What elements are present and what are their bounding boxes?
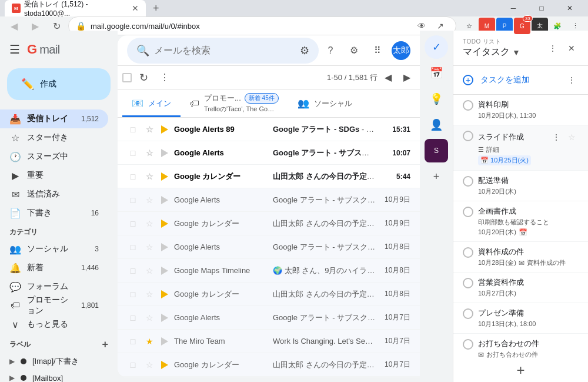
nav-item-new[interactable]: 🔔 新着 1,446: [0, 258, 108, 277]
star-button[interactable]: ☆: [143, 124, 155, 135]
nav-item-starred[interactable]: ☆ スター付き: [0, 128, 108, 147]
url-bar[interactable]: 🔒 mail.google.com/mail/u/0/#inbox 👁 ↗: [68, 16, 456, 35]
email-checkbox[interactable]: □: [127, 241, 139, 253]
add-task-fab[interactable]: +: [516, 362, 524, 378]
label-mailbox[interactable]: ▶ [Mailbox]: [0, 370, 108, 382]
add-label-button[interactable]: +: [102, 338, 108, 351]
tasks-more-button[interactable]: ⋮: [546, 41, 560, 55]
star-button[interactable]: ☆: [143, 147, 155, 159]
tab-main[interactable]: 📧 メイン: [122, 91, 181, 117]
settings-button[interactable]: ⚙: [345, 41, 363, 60]
email-checkbox[interactable]: □: [127, 359, 139, 371]
close-button[interactable]: ✕: [556, 0, 583, 16]
calendar-sidebar-icon[interactable]: 📅: [425, 61, 448, 85]
plus-apps-icon[interactable]: +: [425, 165, 448, 188]
task-item[interactable]: 配送準備 10月20日(木): [453, 171, 588, 201]
email-checkbox[interactable]: □: [127, 265, 139, 277]
select-all-checkbox[interactable]: [122, 73, 132, 82]
email-row[interactable]: □ ☆ Google カレンダー 山田太郎 さんの今日の予定リスト（午... 5…: [118, 165, 420, 188]
task-item[interactable]: 資料作成の件 10月28日(金) ✉ 資料作成の件: [453, 242, 588, 273]
task-chevron-icon[interactable]: ▼: [512, 48, 520, 57]
task-item[interactable]: 営業資料作成 10月27日(木): [453, 273, 588, 303]
task-complete-circle[interactable]: [463, 308, 473, 319]
star-button[interactable]: ☆: [143, 241, 155, 253]
ext-icon-badge[interactable]: G 33: [514, 18, 530, 34]
add-task-button[interactable]: + タスクを追加 ⋮: [453, 66, 588, 95]
task-more-button[interactable]: ⋮: [549, 130, 563, 144]
task-complete-circle[interactable]: [463, 278, 473, 288]
email-row[interactable]: □ ☆ Google Alerts Google アラート - サブスクリプショ…: [118, 235, 420, 259]
email-row[interactable]: □ ☆ Google カレンダー 山田太郎 さんの今日の予定リスト（午... 1…: [118, 353, 420, 377]
add-task-more-button[interactable]: ⋮: [564, 73, 579, 87]
refresh-button[interactable]: ↻: [134, 68, 153, 87]
contacts-icon[interactable]: 👤: [425, 113, 448, 137]
task-star-button[interactable]: ☆: [564, 130, 579, 144]
tasks-close-button[interactable]: ✕: [564, 41, 579, 55]
email-row[interactable]: □ ☆ Google Alerts Google アラート - サブスクリプショ…: [118, 141, 420, 165]
star-button[interactable]: ★: [143, 336, 155, 347]
task-complete-circle[interactable]: [463, 247, 473, 258]
email-row[interactable]: □ ☆ Google Alerts Google アラート - サブスクリプショ…: [118, 188, 420, 212]
email-row[interactable]: □ ★ The Miro Team Work Is Changing. Let'…: [118, 330, 420, 353]
nav-item-social[interactable]: 👥 ソーシャル 3: [0, 240, 108, 258]
email-checkbox[interactable]: □: [127, 194, 139, 206]
task-complete-circle[interactable]: [463, 131, 473, 141]
task-item[interactable]: 企画書作成 印刷部数も確認すること 10月20日(木) 📅: [453, 201, 588, 242]
apps-button[interactable]: ⠿: [368, 41, 387, 60]
nav-item-snoozed[interactable]: 🕐 スヌーズ中: [0, 147, 108, 166]
task-item[interactable]: スライド作成 ⋮ ☆ ☰ 詳細 📅 10月25日(火): [453, 125, 588, 171]
task-complete-circle[interactable]: [463, 176, 473, 187]
task-complete-circle[interactable]: [463, 100, 473, 111]
search-bar[interactable]: 🔍 ⚙: [127, 38, 319, 64]
star-button[interactable]: ☆: [143, 194, 155, 206]
nav-item-more[interactable]: ∨ もっと見る: [0, 315, 108, 334]
tab-social[interactable]: 👥 ソーシャル: [288, 91, 362, 117]
email-checkbox[interactable]: □: [127, 218, 139, 230]
email-checkbox[interactable]: □: [127, 312, 139, 324]
maximize-button[interactable]: □: [528, 0, 555, 16]
tasks-icon[interactable]: ✓: [425, 35, 448, 59]
email-row[interactable]: □ ☆ Google Alerts Google アラート - サブスクリプショ…: [118, 306, 420, 330]
more-options-button[interactable]: ⋮: [155, 68, 174, 87]
star-button[interactable]: ☆: [143, 312, 155, 324]
star-button[interactable]: ☆: [143, 288, 155, 300]
task-item[interactable]: プレゼン準備 10月13日(木), 18:00: [453, 303, 588, 334]
slack-icon[interactable]: S: [425, 139, 448, 162]
search-input[interactable]: [154, 45, 295, 56]
help-button[interactable]: ?: [321, 41, 340, 60]
star-button[interactable]: ☆: [143, 171, 155, 182]
prev-page-button[interactable]: ◀: [380, 69, 396, 86]
task-complete-circle[interactable]: [463, 207, 473, 217]
nav-item-drafts[interactable]: 📄 下書き 16: [0, 204, 108, 222]
hamburger-menu[interactable]: ☰: [9, 42, 20, 57]
task-complete-circle[interactable]: [463, 339, 473, 350]
star-button[interactable]: ☆: [143, 218, 155, 230]
nav-item-inbox[interactable]: 📥 受信トレイ 1,512: [0, 109, 108, 128]
nav-item-sent[interactable]: ✉ 送信済み: [0, 185, 108, 204]
nav-item-forums[interactable]: 💬 フォーラム: [0, 277, 108, 296]
label-imap[interactable]: ▶ [Imap]/下書き: [0, 353, 108, 370]
email-row[interactable]: □ ☆ Google カレンダー 山田太郎 さんの今日の予定リスト（午... 1…: [118, 283, 420, 306]
email-checkbox[interactable]: □: [127, 124, 139, 135]
user-avatar[interactable]: 太郎: [392, 41, 410, 60]
compose-button[interactable]: ✏️ 作成: [7, 68, 111, 100]
email-row[interactable]: □ ☆ Google Alerts 89 Google アラート - SDGs …: [118, 118, 420, 141]
new-tab-button[interactable]: +: [148, 2, 164, 15]
task-item[interactable]: お打ち合わせの件 ✉ お打ち合わせの件: [453, 334, 588, 358]
tab-close-button[interactable]: ✕: [132, 4, 139, 13]
task-email-link[interactable]: 資料作成の件: [527, 258, 566, 267]
email-checkbox[interactable]: □: [127, 147, 139, 159]
keep-icon[interactable]: 💡: [425, 87, 448, 111]
nav-item-important[interactable]: ▶ 重要: [0, 166, 108, 185]
email-row[interactable]: □ ☆ Google Maps Timeline 🌍 太郎 さん、9月のハイライ…: [118, 259, 420, 283]
star-button[interactable]: ☆: [143, 265, 155, 277]
minimize-button[interactable]: ─: [500, 0, 527, 16]
email-checkbox[interactable]: □: [127, 336, 139, 347]
nav-item-promo[interactable]: 🏷 プロモーション 1,801: [0, 296, 108, 315]
email-row[interactable]: □ ☆ Google Alerts Google アラート - サブスクリプショ…: [118, 377, 420, 377]
search-filter-icon[interactable]: ⚙: [300, 44, 309, 57]
next-page-button[interactable]: ▶: [399, 69, 415, 86]
star-button[interactable]: ☆: [143, 359, 155, 371]
browser-tab[interactable]: M 受信トレイ (1,512) - stoda1000@... ✕: [5, 0, 146, 16]
email-row[interactable]: □ ☆ Google カレンダー 山田太郎 さんの今日の予定リスト（午... 1…: [118, 212, 420, 235]
